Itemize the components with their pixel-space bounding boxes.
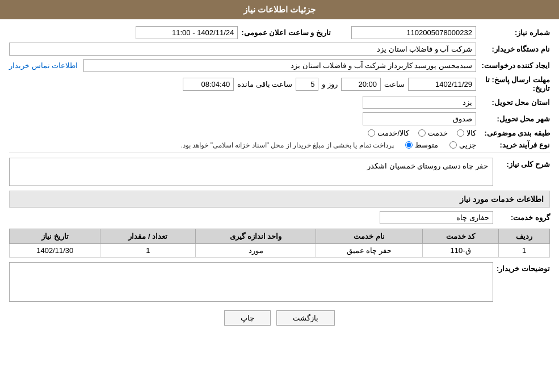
col-service-code: کد خدمت [422, 229, 498, 244]
category-khedmat-option[interactable]: خدمت [418, 129, 448, 137]
process-jozvi-option[interactable]: جزیی [449, 141, 476, 149]
remaining-label: ساعت باقی مانده [237, 80, 292, 88]
category-label: طبقه بندی موضوعی: [476, 129, 550, 137]
table-cell-unit: مورد [196, 244, 316, 258]
process-label: نوع فرآیند خرید: [476, 141, 550, 149]
buyer-desc-textarea[interactable] [9, 262, 493, 302]
process-desc: پرداخت تمام یا بخشی از مبلغ خریدار از مح… [181, 141, 394, 149]
print-button[interactable]: چاپ [224, 310, 271, 326]
buyer-org-input[interactable] [9, 43, 476, 56]
category-khedmat-label: خدمت [428, 129, 448, 137]
process-motavaset-radio[interactable] [405, 141, 413, 149]
process-jozvi-label: جزیی [459, 141, 476, 149]
buyer-org-label: نام دستگاه خریدار: [476, 45, 550, 53]
response-time-label: ساعت [384, 80, 405, 88]
creator-input[interactable] [83, 59, 476, 72]
table-row: 1ق-110حفر چاه عمیقمورد11402/11/30 [10, 244, 550, 258]
col-count: تعداد / مقدار [100, 229, 196, 244]
process-motavaset-label: متوسط [415, 141, 438, 149]
table-cell-code: ق-110 [422, 244, 498, 258]
category-kala-khedmat-option[interactable]: کالا/خدمت [368, 129, 409, 137]
response-time-input[interactable] [341, 78, 381, 91]
category-khedmat-radio[interactable] [418, 129, 426, 137]
creator-label: ایجاد کننده درخواست: [476, 61, 550, 70]
service-group-label: گروه خدمت: [499, 213, 550, 222]
table-cell-date: 1402/11/30 [10, 244, 100, 258]
needs-desc-box: حفر چاه دستی روستای خمسیان اشکذر [9, 158, 493, 186]
col-service-name: نام خدمت [316, 229, 422, 244]
province-input[interactable] [363, 96, 476, 109]
buyer-desc-label: توضیحات خریدار: [493, 262, 550, 273]
contact-link[interactable]: اطلاعات تماس خریدار [9, 61, 78, 70]
category-kala-label: کالا [466, 129, 476, 137]
col-row-num: ردیف [499, 229, 550, 244]
days-input[interactable] [296, 78, 318, 91]
page-title: جزئیات اطلاعات نیاز [0, 0, 559, 19]
days-label: روز و [322, 80, 338, 88]
needs-desc-label: شرح کلی نیاز: [493, 158, 550, 168]
col-unit: واحد اندازه گیری [196, 229, 316, 244]
city-input[interactable] [363, 112, 476, 125]
city-label: شهر محل تحویل: [476, 115, 550, 123]
announce-date-input[interactable] [136, 26, 238, 39]
remaining-input[interactable] [183, 78, 234, 91]
announce-date-label: تاریخ و ساعت اعلان عمومی: [241, 28, 331, 37]
category-kala-option[interactable]: کالا [457, 129, 476, 137]
category-kala-khedmat-radio[interactable] [368, 129, 375, 137]
need-number-input[interactable] [351, 26, 476, 39]
col-date: تاریخ نیاز [10, 229, 100, 244]
table-cell-count: 1 [100, 244, 196, 258]
province-label: استان محل تحویل: [476, 98, 550, 107]
process-motavaset-option[interactable]: متوسط [405, 141, 438, 149]
category-kala-radio[interactable] [457, 129, 464, 137]
table-cell-row: 1 [499, 244, 550, 258]
table-cell-name: حفر چاه عمیق [316, 244, 422, 258]
back-button[interactable]: بازگشت [276, 310, 335, 326]
services-table: ردیف کد خدمت نام خدمت واحد اندازه گیری ت… [9, 229, 550, 258]
response-date-input[interactable] [408, 78, 476, 91]
need-number-label: شماره نیاز: [476, 28, 550, 37]
services-section-header: اطلاعات خدمات مورد نیاز [9, 191, 550, 208]
category-kala-khedmat-label: کالا/خدمت [377, 129, 409, 137]
response-deadline-label: مهلت ارسال پاسخ: تا تاریخ: [476, 75, 550, 92]
process-jozvi-radio[interactable] [449, 141, 457, 149]
service-group-input[interactable] [380, 211, 493, 224]
